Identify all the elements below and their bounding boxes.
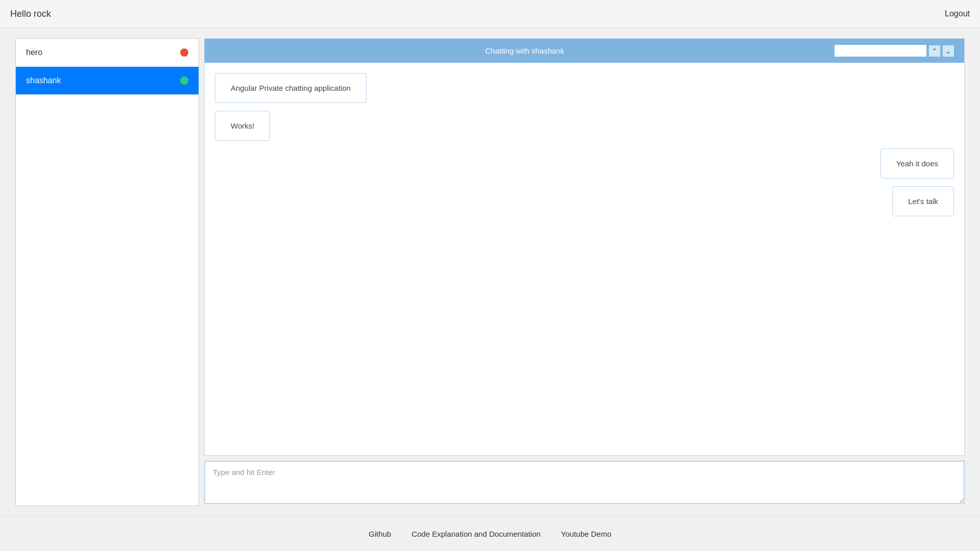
chat-area: Chatting with shashank ⌃ ⌄ Angular Priva… <box>204 38 965 506</box>
message-1-container: Angular Private chatting application <box>215 73 954 103</box>
chevron-down-button[interactable]: ⌄ <box>943 45 954 57</box>
chat-header-input[interactable] <box>835 45 926 57</box>
message-input[interactable] <box>204 461 965 504</box>
footer-link-github[interactable]: Github <box>369 530 391 538</box>
message-bubble-3: Yeah it does <box>880 148 954 179</box>
footer-link-docs[interactable]: Code Explanation and Documentation <box>411 530 541 538</box>
message-3-container: Yeah it does <box>215 148 954 179</box>
logout-button[interactable]: Logout <box>945 9 970 18</box>
message-text-3: Yeah it does <box>896 159 938 168</box>
user-name-hero: hero <box>26 48 42 57</box>
user-item-hero[interactable]: hero <box>16 39 199 67</box>
message-bubble-1: Angular Private chatting application <box>215 73 366 103</box>
footer-link-youtube[interactable]: Youtube Demo <box>561 530 611 538</box>
message-bubble-2: Works! <box>215 111 270 141</box>
chat-header-title: Chatting with shashank <box>215 46 835 55</box>
message-text-4: Let's talk <box>908 197 938 206</box>
main-content: hero shashank Chatting with shashank ⌃ ⌄ <box>0 28 980 516</box>
chat-messages: Angular Private chatting application Wor… <box>205 63 964 287</box>
user-list: hero shashank <box>15 38 199 506</box>
user-name-shashank: shashank <box>26 76 61 85</box>
footer: Github Code Explanation and Documentatio… <box>0 516 980 551</box>
chat-window: Chatting with shashank ⌃ ⌄ Angular Priva… <box>204 38 965 456</box>
message-bubble-4: Let's talk <box>892 186 954 216</box>
message-2-container: Works! <box>215 111 954 141</box>
message-4-container: Let's talk <box>215 186 954 216</box>
user-item-shashank[interactable]: shashank <box>16 67 199 95</box>
status-dot-hero <box>180 48 188 57</box>
message-input-area <box>204 461 965 506</box>
chevron-up-button[interactable]: ⌃ <box>929 45 940 57</box>
header-greeting: Hello rock <box>10 9 51 19</box>
message-text-2: Works! <box>231 121 254 130</box>
message-text-1: Angular Private chatting application <box>231 84 351 92</box>
app-header: Hello rock Logout <box>0 0 980 28</box>
status-dot-shashank <box>180 77 188 85</box>
chat-header-controls: ⌃ ⌄ <box>835 45 954 57</box>
chat-header: Chatting with shashank ⌃ ⌄ <box>205 39 964 63</box>
